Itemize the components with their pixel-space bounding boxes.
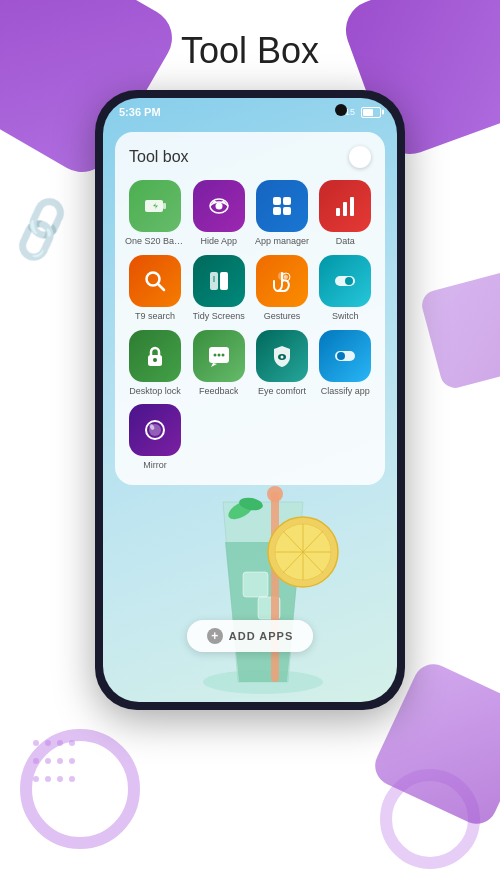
battery-icon [361,107,381,118]
app-icon-lock [129,330,181,382]
app-label-search: T9 search [135,311,175,322]
status-bar: 5:36 PM 15 [103,98,397,126]
svg-line-25 [158,284,164,290]
svg-point-43 [337,352,345,360]
card-header: Tool box [125,146,375,168]
svg-point-39 [221,353,224,356]
app-label-feedback: Feedback [199,386,239,397]
svg-rect-22 [343,202,347,216]
svg-rect-21 [336,208,340,216]
add-apps-label: ADD APPS [229,630,293,642]
app-item-switch[interactable]: Switch [316,255,375,322]
app-label-battery: One S20 Batte... [125,236,185,247]
app-icon-gestures [256,255,308,307]
app-item-feedback[interactable]: Feedback [189,330,248,397]
svg-rect-18 [283,197,291,205]
app-label-lock: Desktop lock [129,386,181,397]
deco-dots [30,735,78,789]
app-label-hide: Hide App [200,236,237,247]
app-icon-manager [256,180,308,232]
card-title: Tool box [129,148,189,166]
svg-rect-27 [220,272,228,290]
app-grid: One S20 Batte... [125,180,375,471]
app-label-gestures: Gestures [264,311,301,322]
svg-rect-23 [350,197,354,216]
svg-point-12 [267,486,283,502]
svg-rect-17 [273,197,281,205]
app-label-classify: Classify app [321,386,370,397]
app-item-eye-comfort[interactable]: Eye comfort [252,330,311,397]
svg-rect-14 [163,203,166,209]
app-item-manager[interactable]: App manager [252,180,311,247]
app-item-data[interactable]: Data [316,180,375,247]
app-label-switch: Switch [332,311,359,322]
toggle-circle[interactable] [349,146,371,168]
app-icon-search [129,255,181,307]
app-item-tidy[interactable]: Tidy Screens [189,255,248,322]
phone-screen: 5:36 PM 15 [103,98,397,702]
svg-point-30 [284,275,288,279]
battery-fill [363,109,373,116]
app-icon-tidy [193,255,245,307]
app-icon-classify [319,330,371,382]
page-title: Tool Box [0,30,500,72]
app-icon-hide [193,180,245,232]
app-label-tidy: Tidy Screens [193,311,245,322]
app-item-lock[interactable]: Desktop lock [125,330,185,397]
svg-point-33 [345,277,353,285]
status-time: 5:36 PM [119,106,161,118]
app-label-eye-comfort: Eye comfort [258,386,306,397]
app-item-hide[interactable]: Hide App [189,180,248,247]
status-icons: 15 [345,107,381,118]
svg-point-41 [280,355,283,358]
toolbox-card: Tool box One S20 Batte... [115,132,385,485]
app-icon-mirror [129,404,181,456]
phone-frame: 5:36 PM 15 [95,90,405,710]
svg-point-35 [153,358,157,362]
add-icon: + [207,628,223,644]
svg-rect-1 [243,572,268,597]
app-item-mirror[interactable]: Mirror [125,404,185,471]
app-item-classify[interactable]: Classify app [316,330,375,397]
app-icon-battery [129,180,181,232]
app-item-battery[interactable]: One S20 Batte... [125,180,185,247]
svg-point-37 [213,353,216,356]
app-icon-data [319,180,371,232]
add-apps-row: + ADD APPS [103,620,397,652]
app-icon-switch [319,255,371,307]
punch-hole-camera [335,104,347,116]
svg-point-38 [217,353,220,356]
app-label-manager: App manager [255,236,309,247]
app-item-gestures[interactable]: Gestures [252,255,311,322]
app-label-data: Data [336,236,355,247]
svg-rect-3 [271,492,279,682]
app-label-mirror: Mirror [143,460,167,471]
add-apps-button[interactable]: + ADD APPS [187,620,313,652]
svg-rect-19 [273,207,281,215]
app-icon-eye-comfort [256,330,308,382]
svg-rect-20 [283,207,291,215]
app-item-search[interactable]: T9 search [125,255,185,322]
svg-point-16 [215,203,222,210]
app-icon-feedback [193,330,245,382]
